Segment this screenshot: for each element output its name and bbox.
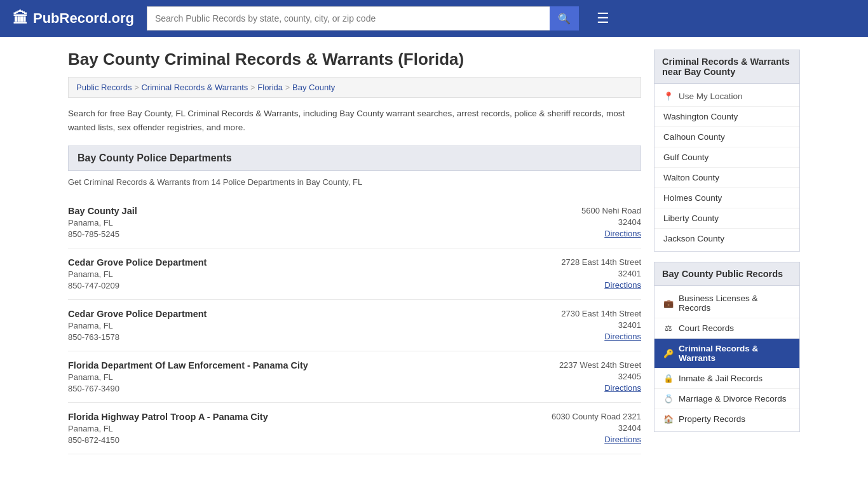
record-address: 5600 Nehi Road 32404 Directions — [581, 206, 641, 238]
public-record-label: Inmate & Jail Records — [679, 374, 763, 383]
menu-button[interactable]: ☰ — [597, 10, 609, 27]
sidebar-item-court-records[interactable]: ⚖ Court Records — [654, 318, 799, 339]
breadcrumb-sep-2: > — [250, 83, 255, 92]
sidebar: Criminal Records & Warrants near Bay Cou… — [654, 50, 800, 454]
ring-icon: 💍 — [663, 394, 674, 403]
search-icon: 🔍 — [558, 13, 571, 25]
key-icon: 🔑 — [663, 349, 674, 358]
directions-link[interactable]: Directions — [581, 229, 641, 238]
page-title: Bay County Criminal Records & Warrants (… — [68, 50, 641, 69]
record-zip: 32401 — [561, 320, 641, 330]
site-logo[interactable]: 🏛 PubRecord.org — [13, 10, 134, 27]
directions-link[interactable]: Directions — [561, 280, 641, 290]
record-info: Florida Department Of Law Enforcement - … — [68, 360, 308, 393]
sidebar-item-washington-county[interactable]: Washington County — [654, 107, 799, 127]
section-header: Bay County Police Departments — [68, 146, 641, 171]
record-address: 2728 East 14th Street 32401 Directions — [561, 257, 641, 290]
breadcrumb-bay-county[interactable]: Bay County — [292, 83, 335, 92]
sidebar-item-criminal-records[interactable]: 🔑 Criminal Records & Warrants — [654, 339, 799, 369]
breadcrumb-sep-1: > — [134, 83, 139, 92]
menu-icon: ☰ — [597, 10, 609, 26]
location-icon: 📍 — [663, 92, 674, 101]
public-records-card-content: 💼 Business Licenses & Records ⚖ Court Re… — [654, 286, 799, 431]
public-record-label: Criminal Records & Warrants — [679, 344, 790, 363]
record-city: Panama, FL — [68, 424, 268, 433]
search-bar: 🔍 — [147, 6, 579, 30]
nearby-county-label: Gulf County — [663, 152, 709, 162]
public-record-label: Marriage & Divorce Records — [679, 394, 787, 403]
record-zip: 32405 — [559, 372, 641, 381]
sidebar-item-holmes-county[interactable]: Holmes County — [654, 188, 799, 208]
record-city: Panama, FL — [68, 372, 308, 382]
record-info: Cedar Grove Police Department Panama, FL… — [68, 309, 207, 342]
nearby-counties-card: Criminal Records & Warrants near Bay Cou… — [654, 50, 800, 252]
sidebar-item-property-records[interactable]: 🏠 Property Records — [654, 409, 799, 429]
record-street: 5600 Nehi Road — [581, 206, 641, 215]
record-phone: 850-785-5245 — [68, 229, 137, 239]
record-address: 2730 East 14th Street 32401 Directions — [561, 309, 641, 341]
public-records-card: Bay County Public Records 💼 Business Lic… — [654, 262, 800, 432]
record-phone: 850-767-3490 — [68, 384, 308, 393]
record-city: Panama, FL — [68, 321, 207, 330]
nearby-county-label: Liberty County — [663, 214, 719, 223]
sidebar-item-jackson-county[interactable]: Jackson County — [654, 229, 799, 248]
record-info: Cedar Grove Police Department Panama, FL… — [68, 257, 207, 290]
record-name: Florida Highway Patrol Troop A - Panama … — [68, 412, 268, 422]
home-icon: 🏠 — [663, 414, 674, 424]
record-info: Bay County Jail Panama, FL 850-785-5245 — [68, 206, 137, 239]
sidebar-item-liberty-county[interactable]: Liberty County — [654, 208, 799, 229]
nearby-county-label: Holmes County — [663, 193, 722, 203]
sidebar-item-gulf-county[interactable]: Gulf County — [654, 147, 799, 168]
site-header: 🏛 PubRecord.org 🔍 ☰ — [0, 0, 868, 37]
nearby-county-label: Jackson County — [663, 234, 724, 243]
sidebar-item-business-licenses[interactable]: 💼 Business Licenses & Records — [654, 288, 799, 318]
record-phone: 850-747-0209 — [68, 281, 207, 290]
table-row: Bay County Jail Panama, FL 850-785-5245 … — [68, 197, 641, 248]
sidebar-item-calhoun-county[interactable]: Calhoun County — [654, 127, 799, 147]
nearby-county-label: Walton County — [663, 173, 719, 182]
directions-link[interactable]: Directions — [561, 332, 641, 341]
record-zip: 32401 — [561, 269, 641, 278]
public-record-label: Court Records — [679, 323, 734, 333]
record-street: 2237 West 24th Street — [559, 360, 641, 370]
public-records-card-title: Bay County Public Records — [654, 262, 799, 286]
sidebar-item-inmate-records[interactable]: 🔒 Inmate & Jail Records — [654, 369, 799, 389]
record-address: 6030 County Road 2321 32404 Directions — [552, 412, 641, 444]
record-name: Bay County Jail — [68, 206, 137, 216]
table-row: Cedar Grove Police Department Panama, FL… — [68, 248, 641, 300]
record-street: 2730 East 14th Street — [561, 309, 641, 318]
use-location-label: Use My Location — [679, 92, 743, 101]
record-name: Cedar Grove Police Department — [68, 309, 207, 319]
nearby-card-content: 📍 Use My Location Washington County Calh… — [654, 84, 799, 251]
search-input[interactable] — [147, 6, 550, 30]
lock-icon: 🔒 — [663, 374, 674, 383]
search-button[interactable]: 🔍 — [550, 6, 579, 30]
public-record-label: Property Records — [679, 414, 745, 424]
logo-text: PubRecord.org — [33, 10, 134, 27]
table-row: Florida Highway Patrol Troop A - Panama … — [68, 403, 641, 454]
breadcrumb-public-records[interactable]: Public Records — [76, 83, 132, 92]
record-name: Florida Department Of Law Enforcement - … — [68, 360, 308, 370]
record-zip: 32404 — [581, 217, 641, 227]
breadcrumb-sep-3: > — [285, 83, 290, 92]
breadcrumb-criminal-records[interactable]: Criminal Records & Warrants — [141, 83, 248, 92]
directions-link[interactable]: Directions — [559, 383, 641, 393]
directions-link[interactable]: Directions — [552, 435, 641, 444]
record-address: 2237 West 24th Street 32405 Directions — [559, 360, 641, 393]
use-location-item[interactable]: 📍 Use My Location — [654, 86, 799, 107]
record-zip: 32404 — [552, 423, 641, 433]
scales-icon: ⚖ — [663, 323, 674, 333]
briefcase-icon: 💼 — [663, 299, 674, 308]
sidebar-item-walton-county[interactable]: Walton County — [654, 168, 799, 188]
nearby-county-label: Washington County — [663, 112, 738, 121]
sidebar-item-marriage-records[interactable]: 💍 Marriage & Divorce Records — [654, 389, 799, 409]
breadcrumb: Public Records > Criminal Records & Warr… — [68, 77, 641, 98]
public-record-label: Business Licenses & Records — [679, 294, 790, 313]
record-phone: 850-763-1578 — [68, 332, 207, 342]
record-street: 2728 East 14th Street — [561, 257, 641, 267]
record-city: Panama, FL — [68, 218, 137, 227]
nearby-card-title: Criminal Records & Warrants near Bay Cou… — [654, 50, 799, 84]
record-street: 6030 County Road 2321 — [552, 412, 641, 421]
content-area: Bay County Criminal Records & Warrants (… — [68, 50, 641, 454]
breadcrumb-florida[interactable]: Florida — [257, 83, 283, 92]
